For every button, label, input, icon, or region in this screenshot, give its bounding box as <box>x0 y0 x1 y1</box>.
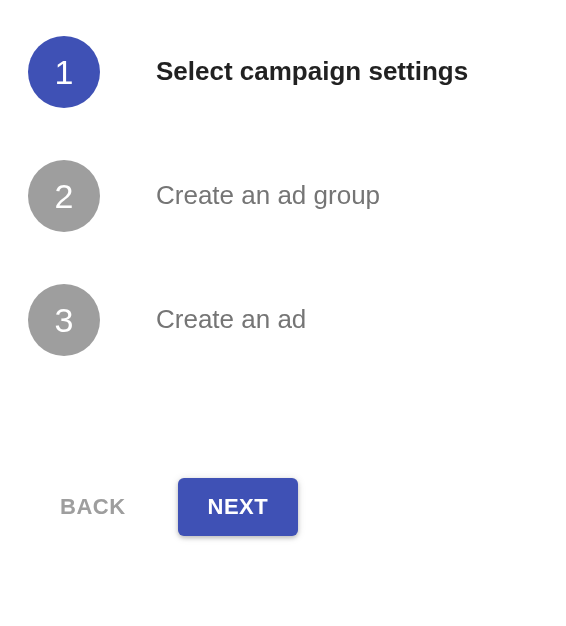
step-3-label: Create an ad <box>156 304 306 335</box>
step-1-circle: 1 <box>28 36 100 108</box>
back-button[interactable]: Back <box>36 480 150 534</box>
step-1[interactable]: 1 Select campaign settings <box>28 24 542 120</box>
step-2-number: 2 <box>55 177 74 216</box>
vertical-stepper: 1 Select campaign settings 2 Create an a… <box>28 24 542 368</box>
step-2[interactable]: 2 Create an ad group <box>28 148 542 244</box>
step-3-circle: 3 <box>28 284 100 356</box>
next-button[interactable]: Next <box>178 478 299 536</box>
step-1-label: Select campaign settings <box>156 56 468 87</box>
step-1-number: 1 <box>55 53 74 92</box>
step-3-number: 3 <box>55 301 74 340</box>
step-connector <box>28 244 542 272</box>
step-2-label: Create an ad group <box>156 180 380 211</box>
step-3[interactable]: 3 Create an ad <box>28 272 542 368</box>
stepper-actions: Back Next <box>28 478 542 536</box>
step-2-circle: 2 <box>28 160 100 232</box>
step-connector <box>28 120 542 148</box>
